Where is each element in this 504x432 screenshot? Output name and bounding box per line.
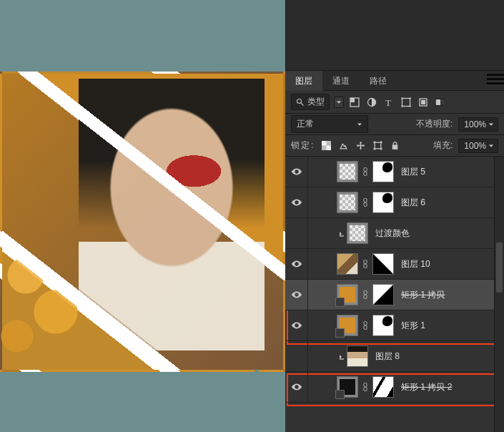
visibility-toggle[interactable] [285, 310, 308, 340]
svg-text:T: T [385, 97, 391, 107]
link-icon[interactable] [361, 290, 370, 299]
layer-name[interactable]: 矩形 1 拷贝 2 [401, 381, 452, 393]
layer-row[interactable]: 矩形 1 拷贝 2 [285, 372, 494, 403]
mask-thumbnail[interactable] [372, 315, 394, 336]
layer-row[interactable]: 图层 8 [285, 341, 494, 372]
visibility-toggle[interactable] [285, 249, 308, 279]
layers-list: 图层 5图层 6过渡颜色图层 10矩形 1 拷贝矩形 1图层 8矩形 1 拷贝 … [285, 157, 504, 432]
svg-rect-2 [487, 83, 504, 84]
scrollbar[interactable] [494, 157, 504, 432]
layer-thumbnail[interactable] [337, 284, 358, 305]
layer-name[interactable]: 图层 5 [401, 166, 425, 178]
lock-all-icon[interactable] [389, 140, 400, 152]
svg-rect-20 [326, 146, 331, 151]
svg-point-11 [409, 97, 410, 99]
visibility-toggle[interactable] [285, 341, 308, 371]
svg-rect-31 [364, 321, 367, 325]
kind-filter-dropdown[interactable]: 类型 [291, 94, 330, 110]
layer-name[interactable]: 图层 10 [401, 258, 430, 270]
link-icon[interactable] [361, 321, 370, 330]
svg-point-13 [409, 105, 410, 107]
layer-name[interactable]: 矩形 1 拷贝 [401, 289, 445, 301]
filter-smart-icon[interactable] [417, 96, 430, 109]
lock-transparent-icon[interactable] [320, 140, 332, 152]
svg-rect-34 [364, 387, 367, 391]
scrollbar-thumb[interactable] [496, 242, 503, 293]
visibility-toggle[interactable] [285, 187, 308, 217]
blend-mode-value: 正常 [297, 118, 314, 130]
panel-menu-icon[interactable] [487, 73, 504, 88]
blend-row: 正常 不透明度: 100% [285, 114, 504, 135]
mask-thumbnail[interactable] [372, 253, 394, 275]
svg-rect-1 [487, 79, 504, 80]
layer-row[interactable]: 图层 5 [285, 157, 494, 187]
opacity-input[interactable]: 100% [458, 117, 498, 132]
layers-panel: 图层 通道 路径 类型 T 正常 [285, 70, 504, 432]
layer-row[interactable]: 图层 6 [285, 187, 494, 218]
svg-rect-0 [487, 74, 504, 76]
layer-thumbnail[interactable] [337, 315, 358, 336]
link-icon[interactable] [361, 198, 370, 207]
layer-name[interactable]: 图层 8 [375, 350, 400, 363]
visibility-toggle[interactable] [285, 218, 308, 248]
layer-name[interactable]: 过渡颜色 [375, 227, 410, 240]
layer-thumbnail[interactable] [347, 222, 368, 244]
filter-pixel-icon[interactable] [348, 96, 361, 109]
kind-filter-toolbar: 类型 T [285, 91, 504, 114]
layer-thumbnail[interactable] [337, 376, 358, 398]
tab-paths[interactable]: 路径 [360, 71, 397, 91]
filter-shape-icon[interactable] [400, 96, 412, 109]
filter-toggle-icon[interactable] [434, 96, 447, 109]
mask-thumbnail[interactable] [372, 161, 394, 182]
layer-thumbnail[interactable] [337, 161, 358, 182]
lock-image-icon[interactable] [337, 140, 349, 152]
lock-position-icon[interactable] [355, 140, 366, 152]
svg-rect-19 [322, 141, 327, 146]
visibility-toggle[interactable] [285, 280, 308, 310]
layer-thumbnail[interactable] [347, 345, 368, 367]
search-icon [296, 98, 305, 107]
kind-filter-label: 类型 [307, 96, 325, 108]
link-icon[interactable] [361, 167, 370, 176]
layer-name[interactable]: 图层 6 [401, 197, 425, 209]
svg-point-10 [401, 97, 402, 99]
canvas-preview[interactable] [0, 0, 285, 432]
layer-thumbnail[interactable] [337, 192, 358, 213]
mask-thumbnail[interactable] [372, 376, 394, 398]
link-icon[interactable] [361, 260, 370, 268]
layer-thumbnail[interactable] [337, 253, 358, 275]
layer-row[interactable]: 矩形 1 拷贝 [285, 280, 494, 310]
visibility-toggle[interactable] [285, 372, 308, 402]
tab-channels[interactable]: 通道 [322, 71, 360, 91]
lock-icons [320, 140, 400, 152]
layer-row[interactable]: 过渡颜色 [285, 218, 494, 249]
panels-column: 图层 通道 路径 类型 T 正常 [285, 0, 504, 432]
visibility-toggle[interactable] [285, 157, 308, 187]
svg-rect-22 [392, 144, 398, 149]
svg-rect-15 [421, 100, 425, 104]
layer-row[interactable]: 矩形 1 [285, 310, 494, 341]
chevron-down-icon [488, 122, 494, 127]
filter-adjust-icon[interactable] [365, 96, 378, 109]
blend-mode-select[interactable]: 正常 [291, 115, 368, 133]
link-icon[interactable] [361, 383, 370, 391]
kind-filter-caret[interactable] [334, 97, 344, 108]
fill-input[interactable]: 100% [458, 139, 498, 153]
svg-line-4 [301, 102, 304, 105]
svg-rect-27 [364, 260, 367, 263]
layer-row[interactable]: 图层 10 [285, 249, 494, 280]
lock-row: 锁定: 填充: 100% [285, 135, 504, 157]
svg-rect-30 [364, 295, 367, 298]
svg-rect-23 [364, 167, 367, 171]
svg-rect-24 [364, 172, 367, 175]
tab-layers[interactable]: 图层 [285, 71, 322, 91]
mask-thumbnail[interactable] [372, 284, 394, 305]
layer-name[interactable]: 矩形 1 [401, 320, 425, 332]
chevron-down-icon [488, 143, 494, 149]
mask-thumbnail[interactable] [372, 192, 394, 213]
filter-type-icon[interactable]: T [382, 96, 395, 109]
panel-top-gap [285, 0, 504, 70]
lock-artboard-icon[interactable] [372, 140, 383, 152]
svg-rect-17 [436, 99, 440, 105]
opacity-label: 不透明度: [416, 118, 453, 130]
